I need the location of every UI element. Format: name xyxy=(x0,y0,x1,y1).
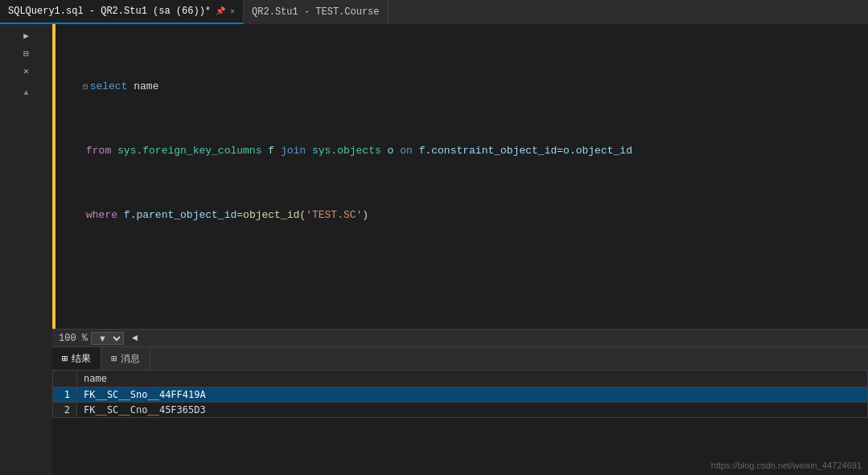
pin-icon: 📌 xyxy=(216,6,225,16)
result-table: name 1FK__SC__Sno__44FF419A2FK__SC__Cno_… xyxy=(52,370,868,418)
editor-wrapper: ⊟select name from sys.foreign_key_column… xyxy=(52,24,868,475)
main-area: ▶ ⊟ ✕ ▲ ⊟select name xyxy=(0,24,868,475)
sp-5 xyxy=(306,143,312,159)
tab-results-label: 结果 xyxy=(72,352,91,366)
results-tabs: ⊞ 结果 ⊞ 消息 xyxy=(52,347,868,370)
row-name-cell: FK__SC__Sno__44FF419A xyxy=(77,387,868,403)
line-numbers xyxy=(56,24,80,329)
results-content[interactable]: name 1FK__SC__Sno__44FF419A2FK__SC__Cno_… xyxy=(52,370,868,475)
kw-where: where xyxy=(86,207,117,223)
paren-open: ( xyxy=(299,207,306,223)
dot2: . xyxy=(570,143,576,159)
row-number: 2 xyxy=(53,403,77,418)
parent-col: parent_object_id xyxy=(136,207,237,223)
sp-7 xyxy=(393,143,400,159)
tab-course[interactable]: QR2.Stu1 - TEST.Course xyxy=(244,0,388,24)
kw-join: join xyxy=(281,143,306,159)
kw-select: select xyxy=(90,79,128,95)
paren-close: ) xyxy=(362,207,368,223)
zoom-dropdown[interactable]: ▼ xyxy=(91,332,124,345)
tab-bar: SQLQuery1.sql - QR2.Stu1 (sa (66))* 📌 ✕ … xyxy=(0,0,868,24)
sp-3 xyxy=(261,143,268,159)
code-line-3: where f.parent_object_id=object_id('TEST… xyxy=(83,207,868,223)
scroll-up[interactable]: ▲ xyxy=(23,87,28,99)
kw-objects: sys.objects xyxy=(312,143,381,159)
kw-on: on xyxy=(400,143,413,159)
grid-icon: ⊞ xyxy=(62,353,68,365)
kw-from: from xyxy=(86,143,111,159)
msg-icon: ⊞ xyxy=(111,353,117,365)
f-ref: f xyxy=(419,143,426,159)
table-row[interactable]: 1FK__SC__Sno__44FF419A xyxy=(53,387,868,403)
o-ref: o xyxy=(563,143,570,159)
editor-content: ⊟select name from sys.foreign_key_column… xyxy=(52,24,868,329)
zoom-level: 100 % xyxy=(59,333,88,344)
results-panel: ⊞ 结果 ⊞ 消息 name 1FK__S xyxy=(52,346,868,475)
scroll-left-arrow[interactable]: ◄ xyxy=(132,333,138,344)
tab-sqlquery1[interactable]: SQLQuery1.sql - QR2.Stu1 (sa (66))* 📌 ✕ xyxy=(0,0,244,24)
eq1: = xyxy=(557,143,563,159)
code-line-2: from sys.foreign_key_columns f join sys.… xyxy=(83,143,868,159)
zoom-bar: 100 % ▼ ◄ xyxy=(52,329,868,346)
editor-scroll[interactable]: ⊟select name from sys.foreign_key_column… xyxy=(52,24,868,329)
sp-6 xyxy=(381,143,388,159)
pin-btn[interactable]: ▶ xyxy=(19,27,35,43)
col-rownum-header xyxy=(53,371,77,387)
object-id-col: object_id xyxy=(576,143,632,159)
fn-object-id: object_id xyxy=(243,207,299,223)
dot3: . xyxy=(130,207,137,223)
tab-messages[interactable]: ⊞ 消息 xyxy=(101,347,150,370)
sp-2 xyxy=(111,143,117,159)
tab-results[interactable]: ⊞ 结果 xyxy=(52,347,101,370)
code-area[interactable]: ⊟select name from sys.foreign_key_column… xyxy=(80,24,868,329)
str-test-sc: 'TEST.SC' xyxy=(306,207,362,223)
tab-sqlquery1-label: SQLQuery1.sql - QR2.Stu1 (sa (66))* xyxy=(8,6,211,17)
sp-4 xyxy=(274,143,281,159)
collapse-btn[interactable]: ⊟ xyxy=(19,45,35,61)
dot1: . xyxy=(425,143,431,159)
watermark: https://blog.csdn.net/weixin_44724691 xyxy=(711,461,862,470)
code-line-1: ⊟select name xyxy=(83,79,868,95)
row-name-cell: FK__SC__Cno__45F365D3 xyxy=(77,403,868,418)
tab-sqlquery1-close[interactable]: ✕ xyxy=(230,6,235,16)
row-number: 1 xyxy=(53,387,77,403)
tab-messages-label: 消息 xyxy=(121,352,140,366)
eq2: = xyxy=(237,207,243,223)
alias-f: f xyxy=(268,143,274,159)
close-btn[interactable]: ✕ xyxy=(19,63,35,79)
constraint-col: constraint_object_id xyxy=(431,143,557,159)
tab-course-label: QR2.Stu1 - TEST.Course xyxy=(252,6,379,18)
f-where: f xyxy=(124,207,130,223)
sp-8 xyxy=(413,143,419,159)
kw-name: name xyxy=(127,79,158,95)
kw-fkc: sys.foreign_key_columns xyxy=(117,143,261,159)
alias-o: o xyxy=(388,143,394,159)
left-gutter: ▶ ⊟ ✕ ▲ xyxy=(0,24,52,475)
collapse-icon[interactable]: ⊟ xyxy=(83,79,88,95)
col-name-header: name xyxy=(77,371,868,387)
table-row[interactable]: 2FK__SC__Cno__45F365D3 xyxy=(53,403,868,418)
sp-w xyxy=(117,207,124,223)
